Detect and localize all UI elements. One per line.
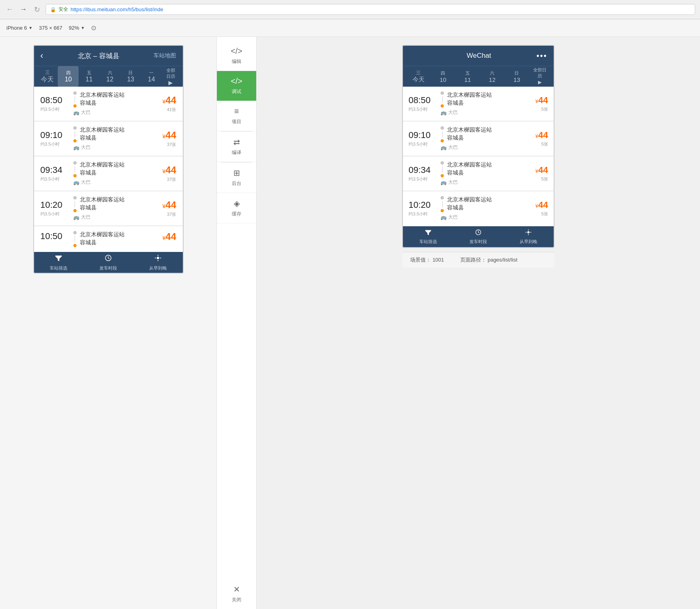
wc-bottom-tab-sort[interactable]: 从早到晚 <box>504 226 554 247</box>
translate-icon: ⇄ <box>233 137 240 147</box>
bottom-tab-time[interactable]: 发车时段 <box>83 252 133 273</box>
wc-bus-type-row-3: 🚌 大巴 <box>441 179 524 186</box>
date-tab-all[interactable]: 全部 日历 ▶ <box>162 67 180 86</box>
route-dot-bottom-5 <box>73 244 77 247</box>
code-icon: </> <box>231 47 243 56</box>
wechat-more-icon[interactable]: ••• <box>536 51 547 61</box>
route-dot-top-2 <box>73 126 77 130</box>
browser-chrome: ← → ↻ 🔒 安全 https://ibus.meituan.com/h5/b… <box>0 0 700 19</box>
date-tab-mon[interactable]: 一 14 <box>141 66 162 87</box>
wc-route-dots-2 <box>441 126 444 142</box>
wc-bottom-tab-filter[interactable]: 车站筛选 <box>403 226 453 247</box>
tickets-3: 37张 <box>152 177 176 183</box>
wc-all-label: 全部日 <box>533 67 546 73</box>
device-dropdown-icon[interactable]: ▼ <box>28 26 32 30</box>
wc-day-num-sat: 12 <box>489 76 496 83</box>
wc-date-tab-all[interactable]: 全部日 历 ▶ <box>529 67 550 86</box>
forward-button[interactable]: → <box>18 5 28 14</box>
route-dots-2 <box>73 126 77 142</box>
phone-emulator: ‹ 北京 – 容城县 车站地图 三 今天 四 10 五 11 <box>0 37 216 609</box>
route-to-5: 容城县 <box>80 239 125 246</box>
day-num-thu: 10 <box>65 76 72 83</box>
duration-1: 约3.5小时 <box>40 106 69 112</box>
toolbar-item-code[interactable]: </> 编辑 <box>217 41 256 71</box>
all-tab-label: 全部 <box>166 67 175 73</box>
path-value: pages/list/list <box>488 257 517 263</box>
wc-route-top-4: 北京木樨园客运站 容城县 <box>441 196 524 212</box>
price-symbol-4: ¥ <box>162 203 166 209</box>
wc-route-dots-3 <box>441 161 444 177</box>
wc-bus-list-item[interactable]: 09:34 约3.5小时 北京木樨园客运站 容城县 <box>403 156 554 191</box>
address-bar[interactable]: 🔒 安全 https://ibus.meituan.com/h5/bus/lis… <box>46 4 695 15</box>
toolbar-item-translate[interactable]: ⇄ 编译 <box>217 132 256 162</box>
wc-dot-bottom-3 <box>441 174 444 177</box>
bus-price-1: ¥44 41张 <box>152 95 176 113</box>
wc-route-dots-4 <box>441 196 444 212</box>
close-icon: ✕ <box>233 585 240 594</box>
wc-date-tab-wed[interactable]: 三 今天 <box>406 68 431 85</box>
wc-date-tab-thu[interactable]: 四 10 <box>431 69 455 85</box>
bus-type-4: 大巴 <box>81 214 91 221</box>
bottom-tab-filter[interactable]: 车站筛选 <box>34 252 84 273</box>
toolbar-close-button[interactable]: ✕ 关闭 <box>217 579 256 609</box>
toolbar-debug-label: 调试 <box>232 88 241 95</box>
wc-date-tab-fri[interactable]: 五 11 <box>455 69 480 85</box>
wc-route-top-2: 北京木樨园客运站 容城县 <box>441 126 524 142</box>
bus-list-item[interactable]: 09:10 约3.5小时 北京木樨园客运站 容城县 <box>34 122 183 156</box>
bus-type-3: 大巴 <box>81 179 91 186</box>
path-label: 页面路径： pages/list/list <box>460 256 518 264</box>
map-link[interactable]: 车站地图 <box>154 52 176 59</box>
toolbar-item-backend[interactable]: ⊞ 后台 <box>217 162 256 193</box>
toolbar-item-cache[interactable]: ◈ 缓存 <box>217 193 256 223</box>
lock-icon: 🔒 <box>50 7 56 12</box>
toolbar-item-debug[interactable]: </> 调试 <box>217 71 256 101</box>
route-to-2: 容城县 <box>80 134 125 142</box>
route-dot-bottom-3 <box>73 174 77 177</box>
wc-day-num-fri: 11 <box>464 76 471 83</box>
route-from-1: 北京木樨园客运站 <box>80 91 125 99</box>
wc-date-tab-sun[interactable]: 日 13 <box>504 69 529 85</box>
menu-icon: ≡ <box>234 107 239 116</box>
toolbar-translate-label: 编译 <box>232 149 241 156</box>
bus-list-item[interactable]: 09:34 约3.5小时 北京木樨园客运站 容城县 <box>34 156 183 191</box>
route-dots-1 <box>73 91 77 108</box>
bus-list-item[interactable]: 08:50 约3.5小时 北京木樨园客运站 容城县 <box>34 87 183 121</box>
date-tab-sat[interactable]: 六 12 <box>99 66 120 87</box>
wc-bus-list-item[interactable]: 09:10 约3.5小时 北京木樨园客运站 容城县 <box>403 122 554 156</box>
wc-day-name-sat: 六 <box>490 70 494 76</box>
date-tab-wed[interactable]: 三 今天 <box>37 66 58 87</box>
device-model-label: iPhone 6 <box>6 25 27 31</box>
bus-type-2: 大巴 <box>81 144 91 151</box>
route-names-3: 北京木樨园客运站 容城县 <box>80 161 125 177</box>
wc-bus-list-item[interactable]: 10:20 约3.5小时 北京木樨园客运站 容城县 <box>403 191 554 225</box>
toolbar-backend-label: 后台 <box>232 180 241 187</box>
bus-list-item[interactable]: 10:20 约3.5小时 北京木樨园客运站 容城县 <box>34 191 183 225</box>
app-header-title: 北京 – 容城县 <box>78 51 119 61</box>
wc-bottom-tab-time[interactable]: 发车时段 <box>453 226 503 247</box>
date-tab-fri[interactable]: 五 11 <box>79 66 99 87</box>
bottom-tab-sort[interactable]: 从早到晚 <box>133 252 183 273</box>
wc-day-num-sun: 13 <box>514 76 520 83</box>
app-back-button[interactable]: ‹ <box>40 51 43 61</box>
back-button[interactable]: ← <box>5 5 14 14</box>
device-selector[interactable]: iPhone 6 ▼ <box>6 25 32 31</box>
bus-route-top-1: 北京木樨园客运站 容城县 <box>73 91 148 108</box>
day-name-sat: 六 <box>108 70 112 76</box>
zoom-dropdown-icon[interactable]: ▼ <box>81 26 85 30</box>
wc-dot-line-4 <box>442 201 443 207</box>
toolbar-item-project[interactable]: ≡ 项目 <box>217 101 256 131</box>
date-tab-thu[interactable]: 四 10 <box>58 66 79 87</box>
wc-departure-time-1: 08:50 <box>409 95 437 106</box>
reload-button[interactable]: ↻ <box>32 5 42 14</box>
zoom-selector[interactable]: 92% ▼ <box>69 25 85 31</box>
wc-bus-list-item[interactable]: 08:50 约3.5小时 北京木樨园客运站 容城县 <box>403 87 554 121</box>
bus-list-item-partial[interactable]: 10:50 北京木樨园客运站 容城县 <box>34 226 183 252</box>
date-tab-sun[interactable]: 日 13 <box>120 66 141 87</box>
wc-date-tab-sat[interactable]: 六 12 <box>480 69 504 85</box>
wc-bus-type-row-2: 🚌 大巴 <box>441 144 524 151</box>
wc-day-name-sun: 日 <box>514 70 519 76</box>
wc-route-4: 北京木樨园客运站 容城县 🚌 大巴 <box>441 196 524 221</box>
toolbar-close-label: 关闭 <box>232 597 241 603</box>
rotate-icon[interactable]: ⊙ <box>91 24 96 32</box>
price-value-4: 44 <box>166 199 176 210</box>
